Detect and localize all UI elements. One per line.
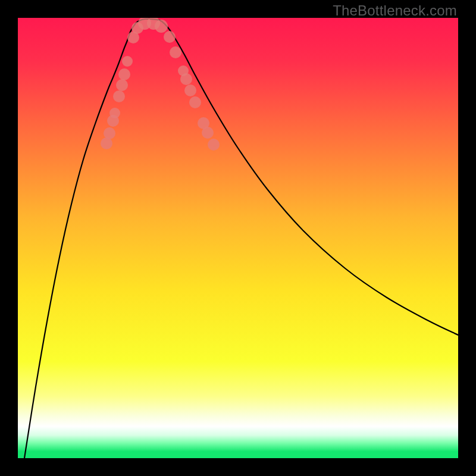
data-dot: [170, 46, 181, 58]
data-dot: [118, 68, 130, 80]
data-dot: [113, 90, 125, 102]
chart-frame: TheBottleneck.com: [0, 0, 476, 476]
data-dot: [116, 79, 128, 91]
curve-layer: [18, 18, 458, 458]
data-dot: [122, 56, 133, 67]
plot-area: [18, 18, 458, 458]
data-dot: [155, 20, 168, 33]
data-dot: [202, 127, 214, 139]
data-dot: [184, 84, 196, 96]
data-dot: [180, 73, 192, 85]
data-dot: [189, 96, 201, 108]
data-dot: [164, 31, 176, 43]
data-dots: [101, 18, 220, 151]
data-dot: [104, 127, 115, 139]
bottleneck-curve: [24, 19, 458, 458]
watermark-text: TheBottleneck.com: [333, 2, 457, 19]
data-dot: [208, 139, 220, 151]
data-dot: [109, 108, 120, 118]
data-dot: [101, 137, 112, 149]
